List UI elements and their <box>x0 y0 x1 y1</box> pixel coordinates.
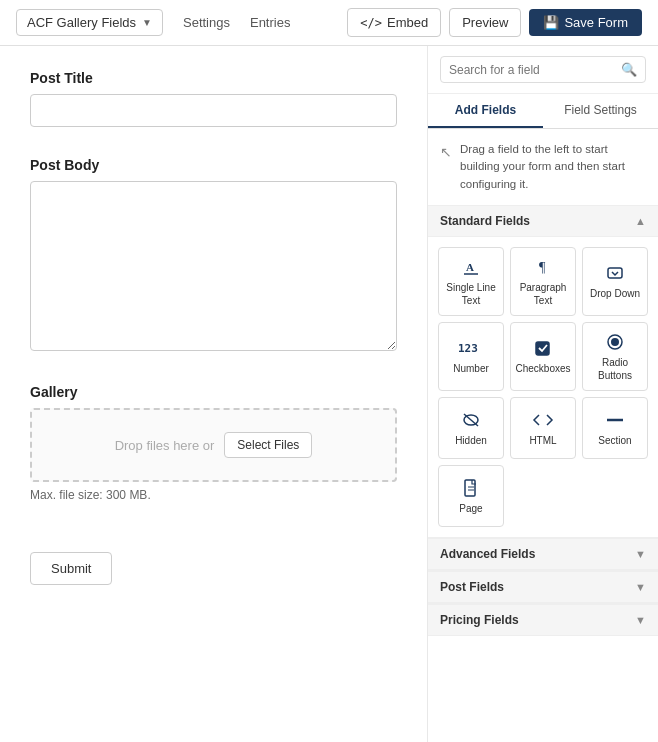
preview-button[interactable]: Preview <box>449 8 521 37</box>
form-selector[interactable]: ACF Gallery Fields ▼ <box>16 9 163 36</box>
save-icon: 💾 <box>543 15 559 30</box>
search-icon: 🔍 <box>621 62 637 77</box>
radio-buttons-icon <box>606 333 624 351</box>
field-page[interactable]: Page <box>438 465 504 527</box>
standard-fields-grid: A Single Line Text ¶ Paragraph Text Drop… <box>428 237 658 537</box>
html-icon <box>532 411 554 429</box>
field-drop-down[interactable]: Drop Down <box>582 247 648 316</box>
search-input[interactable] <box>449 63 616 77</box>
main-layout: Post Title Post Body Gallery Drop files … <box>0 46 658 742</box>
save-form-button[interactable]: 💾 Save Form <box>529 9 642 36</box>
section-icon <box>604 411 626 429</box>
select-files-button[interactable]: Select Files <box>224 432 312 458</box>
nav-settings[interactable]: Settings <box>183 15 230 30</box>
drop-text: Drop files here or <box>115 438 215 453</box>
advanced-fields-header[interactable]: Advanced Fields ▼ <box>428 538 658 570</box>
tab-add-fields[interactable]: Add Fields <box>428 94 543 128</box>
svg-rect-5 <box>536 342 549 355</box>
gallery-label: Gallery <box>30 384 397 400</box>
page-icon <box>462 479 480 497</box>
field-section[interactable]: Section <box>582 397 648 459</box>
max-file-size-text: Max. file size: 300 MB. <box>30 488 397 502</box>
field-html[interactable]: HTML <box>510 397 576 459</box>
advanced-fields-section: Advanced Fields ▼ <box>428 537 658 570</box>
hidden-icon <box>461 411 481 429</box>
number-icon: 123 <box>457 339 485 357</box>
pricing-fields-header[interactable]: Pricing Fields ▼ <box>428 604 658 636</box>
file-drop-zone[interactable]: Drop files here or Select Files <box>30 408 397 482</box>
post-body-group: Post Body <box>30 157 397 354</box>
standard-fields-label: Standard Fields <box>440 214 530 228</box>
svg-rect-3 <box>608 268 622 278</box>
post-title-input[interactable] <box>30 94 397 127</box>
post-title-label: Post Title <box>30 70 397 86</box>
top-bar: ACF Gallery Fields ▼ Settings Entries </… <box>0 0 658 46</box>
post-body-label: Post Body <box>30 157 397 173</box>
post-title-group: Post Title <box>30 70 397 127</box>
field-paragraph-text[interactable]: ¶ Paragraph Text <box>510 247 576 316</box>
hidden-label: Hidden <box>455 434 487 447</box>
checkboxes-icon <box>534 339 552 357</box>
post-fields-header[interactable]: Post Fields ▼ <box>428 571 658 603</box>
drop-down-icon <box>606 264 624 282</box>
left-panel: Post Title Post Body Gallery Drop files … <box>0 46 428 742</box>
nav-entries[interactable]: Entries <box>250 15 290 30</box>
field-single-line-text[interactable]: A Single Line Text <box>438 247 504 316</box>
submit-button[interactable]: Submit <box>30 552 112 585</box>
drag-hint-icon: ↖ <box>440 142 452 163</box>
standard-fields-toggle-icon: ▲ <box>635 215 646 227</box>
single-line-text-label: Single Line Text <box>443 281 499 307</box>
post-fields-label: Post Fields <box>440 580 504 594</box>
search-bar: 🔍 <box>440 56 646 83</box>
pricing-fields-toggle-icon: ▼ <box>635 614 646 626</box>
radio-buttons-label: Radio Buttons <box>587 356 643 382</box>
field-hidden[interactable]: Hidden <box>438 397 504 459</box>
form-name-label: ACF Gallery Fields <box>27 15 136 30</box>
page-label: Page <box>459 502 482 515</box>
embed-code-icon: </> <box>360 16 382 30</box>
search-bar-wrap: 🔍 <box>428 46 658 94</box>
embed-button[interactable]: </> Embed <box>347 8 441 37</box>
svg-text:A: A <box>466 261 474 273</box>
advanced-fields-toggle-icon: ▼ <box>635 548 646 560</box>
svg-text:123: 123 <box>458 342 478 355</box>
number-label: Number <box>453 362 489 375</box>
gallery-group: Gallery Drop files here or Select Files … <box>30 384 397 502</box>
top-bar-left: ACF Gallery Fields ▼ Settings Entries <box>16 9 290 36</box>
post-body-textarea[interactable] <box>30 181 397 351</box>
single-line-text-icon: A <box>462 258 480 276</box>
checkboxes-label: Checkboxes <box>515 362 570 375</box>
paragraph-text-label: Paragraph Text <box>515 281 571 307</box>
field-radio-buttons[interactable]: Radio Buttons <box>582 322 648 391</box>
advanced-fields-label: Advanced Fields <box>440 547 535 561</box>
svg-point-7 <box>611 338 619 346</box>
form-selector-arrow-icon: ▼ <box>142 17 152 28</box>
top-bar-right: </> Embed Preview 💾 Save Form <box>347 8 642 37</box>
html-label: HTML <box>529 434 556 447</box>
field-number[interactable]: 123 Number <box>438 322 504 391</box>
field-checkboxes[interactable]: Checkboxes <box>510 322 576 391</box>
drop-down-label: Drop Down <box>590 287 640 300</box>
panel-tabs: Add Fields Field Settings <box>428 94 658 129</box>
pricing-fields-label: Pricing Fields <box>440 613 519 627</box>
svg-text:¶: ¶ <box>539 260 546 275</box>
post-fields-section: Post Fields ▼ <box>428 570 658 603</box>
standard-fields-header[interactable]: Standard Fields ▲ <box>428 205 658 237</box>
drag-hint: ↖ Drag a field to the left to start buil… <box>428 129 658 205</box>
svg-rect-11 <box>465 480 475 496</box>
right-panel: 🔍 Add Fields Field Settings ↖ Drag a fie… <box>428 46 658 742</box>
pricing-fields-section: Pricing Fields ▼ <box>428 603 658 636</box>
paragraph-text-icon: ¶ <box>534 258 552 276</box>
post-fields-toggle-icon: ▼ <box>635 581 646 593</box>
section-label: Section <box>598 434 631 447</box>
tab-field-settings[interactable]: Field Settings <box>543 94 658 128</box>
